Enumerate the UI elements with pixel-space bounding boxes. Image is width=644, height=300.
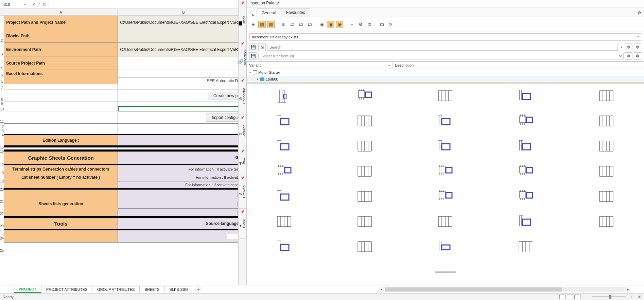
- side-tab-text[interactable]: 📌TText: [239, 148, 246, 175]
- accept-formula-icon[interactable]: ✓: [37, 2, 41, 7]
- cell-b2[interactable]: [118, 29, 238, 43]
- cell-b7[interactable]: [118, 84, 238, 90]
- boxes2-icon[interactable]: ▦: [267, 21, 275, 28]
- symbol-thumb[interactable]: [331, 113, 398, 130]
- view-normal-icon[interactable]: [559, 295, 565, 299]
- pick-icon[interactable]: ⇲: [258, 43, 266, 51]
- palette-tab-favourites[interactable]: Favourites: [281, 8, 310, 17]
- input-box-25[interactable]: [227, 234, 238, 239]
- tab-blks-ssd[interactable]: BLKS-SSD: [164, 286, 193, 293]
- cell-a22[interactable]: Sheets lists generation: [4, 199, 118, 209]
- select-all-corner[interactable]: [0, 9, 4, 16]
- row-number[interactable]: 8: [0, 90, 4, 102]
- cell-a11[interactable]: [4, 111, 118, 124]
- cell-b14[interactable]: [118, 133, 238, 135]
- cell-a23[interactable]: [4, 209, 118, 217]
- save-search-icon[interactable]: 💾: [249, 43, 257, 51]
- tree-row-1pdb00[interactable]: ▼ 1pdb00: [247, 76, 644, 83]
- symbol-thumb[interactable]: [251, 163, 318, 180]
- cell-a1[interactable]: Project Path and Project Name: [4, 16, 118, 29]
- cube-hl-icon[interactable]: ▣: [327, 21, 334, 28]
- row-number[interactable]: 20: [0, 183, 4, 192]
- row-number[interactable]: 25: [0, 241, 4, 253]
- cell-b17[interactable]: Gener: [118, 152, 238, 164]
- hscroll-left[interactable]: ◄: [379, 287, 384, 292]
- cell-a9[interactable]: [4, 102, 118, 106]
- symbol-lines[interactable]: [412, 264, 479, 281]
- cell-b4[interactable]: [118, 56, 238, 70]
- row-number[interactable]: 13: [0, 129, 4, 133]
- symbol-thumb[interactable]: [492, 138, 559, 155]
- cell-b25[interactable]: [118, 230, 238, 243]
- add-sheet-button[interactable]: +: [195, 286, 202, 293]
- doc-icon[interactable]: 🗎: [279, 21, 287, 28]
- cell-b23[interactable]: [118, 209, 238, 217]
- variant-header[interactable]: Variant▲: [247, 61, 393, 69]
- cell-b10-selected[interactable]: [118, 106, 238, 111]
- symbol-thumb[interactable]: [412, 88, 479, 105]
- filter-gear1-icon[interactable]: ✲: [625, 52, 632, 60]
- row-number[interactable]: 9: [0, 102, 4, 106]
- tree2-icon[interactable]: 🗂: [297, 21, 304, 28]
- cell-b18[interactable]: For information : If activate terminal: [118, 165, 238, 173]
- cell-b1[interactable]: C:\Users\Public\Documents\IGE+XAO\SEE El…: [118, 16, 238, 29]
- symbol-thumb[interactable]: [492, 163, 559, 180]
- tab-project[interactable]: PROJECT: [14, 286, 41, 293]
- cell-b12[interactable]: [118, 124, 238, 129]
- search-gear2-icon[interactable]: ✲: [634, 43, 641, 51]
- symbol-thumb[interactable]: [251, 213, 318, 230]
- tab-project-attributes[interactable]: PROJECT ATTRIBUTES: [41, 286, 92, 293]
- symbol-thumb[interactable]: [492, 239, 559, 255]
- cell-b6[interactable]: SEE Automatic Diagra: [118, 77, 238, 84]
- row-number[interactable]: 1: [0, 16, 4, 29]
- cell-a19[interactable]: 1st sheet number ( Empty = no activate ): [4, 173, 118, 181]
- view-layout-icon[interactable]: [567, 295, 573, 299]
- row-number[interactable]: 14: [0, 133, 4, 137]
- cell-b3[interactable]: C:\Users\Public\Documents\IGE+XAO\SEE El…: [118, 43, 238, 56]
- cell-b13[interactable]: [118, 129, 238, 133]
- cell-b21[interactable]: [118, 190, 238, 199]
- cell-a8[interactable]: [4, 90, 118, 102]
- cell-a17[interactable]: Graphic Sheets Generation: [4, 152, 118, 164]
- input-box-22[interactable]: [238, 201, 238, 207]
- side-tab-block[interactable]: 📌✦Block: [239, 208, 246, 239]
- input-box-21[interactable]: [238, 192, 238, 197]
- symbol-thumb[interactable]: [573, 113, 640, 130]
- cell-a5[interactable]: Excel Informations: [4, 70, 118, 77]
- row-number[interactable]: 15: [0, 137, 4, 149]
- symbol-thumb[interactable]: [251, 138, 318, 155]
- row-number[interactable]: 2: [0, 29, 4, 43]
- view-break-icon[interactable]: [574, 295, 580, 299]
- row-number[interactable]: 16: [0, 149, 4, 154]
- row-number[interactable]: 21: [0, 192, 4, 204]
- cell-a21[interactable]: [4, 190, 118, 199]
- boxes-icon[interactable]: ▦: [258, 21, 266, 28]
- symbol-thumb[interactable]: [412, 163, 479, 180]
- side-tab-drawing[interactable]: 📌✎Drawing: [239, 175, 246, 209]
- cell-a20[interactable]: [4, 181, 118, 189]
- tab-group-attributes[interactable]: GROUP ATTRIBUTES: [92, 286, 140, 293]
- symbol-thumb[interactable]: [573, 188, 640, 205]
- row-number[interactable]: 12: [0, 124, 4, 129]
- symbol-thumb[interactable]: [331, 163, 398, 180]
- cell-b24[interactable]: Source language and: [118, 218, 238, 230]
- symbol-thumb[interactable]: [251, 239, 318, 255]
- cell-a7[interactable]: [4, 84, 118, 90]
- fx-icon[interactable]: fx: [43, 2, 46, 7]
- symbol-thumb[interactable]: [412, 113, 479, 130]
- symbol-thumb[interactable]: [331, 213, 398, 230]
- row-number[interactable]: 6: [0, 77, 4, 84]
- row-number[interactable]: 3: [0, 43, 4, 56]
- cell-a25[interactable]: [4, 230, 118, 243]
- cell-a16[interactable]: [4, 147, 118, 151]
- row-number[interactable]: 5: [0, 70, 4, 77]
- description-header[interactable]: Description: [393, 61, 644, 69]
- formula-bar[interactable]: [49, 1, 237, 8]
- refresh-icon[interactable]: ⟳: [387, 21, 394, 28]
- plus-icon[interactable]: ＋: [348, 21, 355, 28]
- row-number[interactable]: 22: [0, 204, 4, 216]
- cell-b11[interactable]: Import configura: [118, 111, 238, 124]
- symbol-thumb[interactable]: [412, 239, 479, 255]
- symbol-thumb[interactable]: [251, 188, 318, 205]
- side-tab-black[interactable]: 📌Black: [239, 0, 246, 40]
